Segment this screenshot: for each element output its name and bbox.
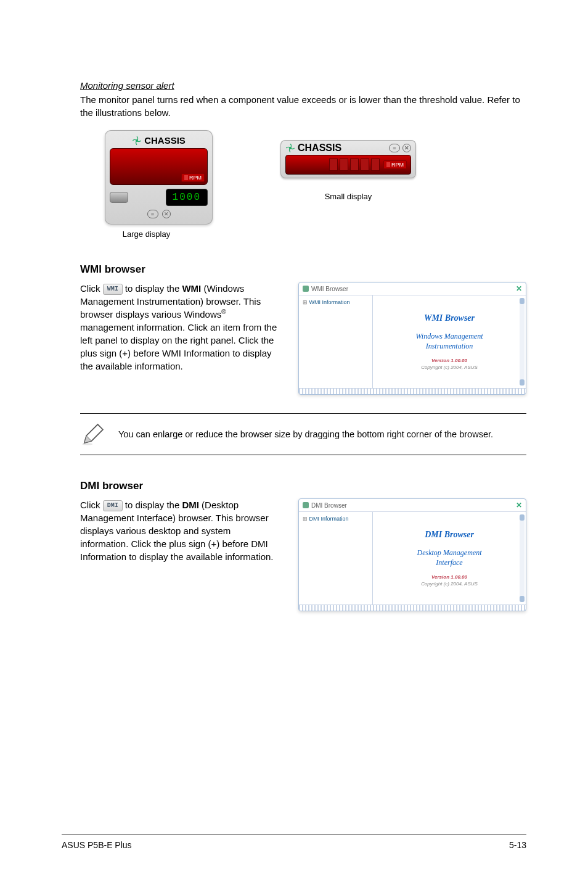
knob-control[interactable] [110,192,128,203]
wmi-click-text: Click [80,283,103,294]
scroll-down-icon[interactable] [520,379,525,386]
icon-row: ≡ ✕ [110,210,208,218]
dmi-tree-item[interactable]: DMI Information [303,516,369,522]
scrollbar[interactable] [520,514,525,602]
dmi-button[interactable]: DMI [103,500,123,511]
dmi-window-title: DMI Browser [311,502,347,509]
window-icon [303,502,309,508]
wmi-bold: WMI [182,283,201,294]
close-icon[interactable]: ✕ [402,144,411,152]
settings-pill-icon[interactable]: ≡ [389,144,400,152]
window-close-icon[interactable]: ✕ [516,284,522,293]
chassis-large-label: CHASSIS [144,135,186,146]
dmi-window-col: DMI Browser ✕ DMI Information DMI Browse… [298,498,526,611]
rpm-label-small: RPM [391,162,404,168]
red-display-small: RPM [285,155,411,175]
footer-left: ASUS P5B-E Plus [62,840,132,850]
dmi-browser-window: DMI Browser ✕ DMI Information DMI Browse… [298,498,526,611]
scroll-up-icon[interactable] [520,514,525,521]
section-heading-dmi: DMI browser [80,480,526,492]
registered-mark: ® [221,308,226,315]
chassis-small-header: CHASSIS ≡ ✕ [285,142,411,154]
resize-grip[interactable] [299,388,526,394]
lower-row: 1000 [110,189,208,206]
dmi-sub2: Interface [436,558,462,567]
rpm-badge-small: RPM [383,160,407,169]
dmi-text: Click DMI to display the DMI (Desktop Ma… [80,498,280,563]
dmi-bold: DMI [182,500,199,510]
wmi-after-btn: to display the [123,283,182,294]
footer-right: 5-13 [509,840,526,850]
wmi-pane-subtitle: Windows Management Instrumentation [416,332,483,351]
fan-icon [132,136,142,146]
wmi-tree-item[interactable]: WMI Information [303,299,369,305]
large-panel-block: CHASSIS RPM 1000 ≡ ✕ Larg [80,130,213,239]
wmi-text: Click WMI to display the WMI (Windows Ma… [80,282,280,373]
digit-placeholder [350,159,359,171]
dmi-after-btn: to display the [123,500,182,510]
dmi-click-text: Click [80,500,103,510]
large-caption: Large display [123,229,170,239]
digit-placeholder [340,159,348,171]
wmi-body: WMI Information WMI Browser Windows Mana… [299,295,526,388]
wmi-pane-title: WMI Browser [424,313,475,323]
wmi-button[interactable]: WMI [103,284,123,295]
digit-block [329,159,380,171]
chassis-large-header: CHASSIS [110,135,208,146]
fan-icon [285,143,295,153]
dmi-pane-subtitle: Desktop Management Interface [417,548,482,567]
wmi-tree-pane[interactable]: WMI Information [299,295,373,388]
dmi-pane-title: DMI Browser [425,530,474,540]
note-box: You can enlarge or reduce the browser si… [80,413,526,455]
dmi-version: Version 1.00.00 [431,574,467,580]
panels-row: CHASSIS RPM 1000 ≡ ✕ Larg [80,130,526,239]
close-icon[interactable]: ✕ [162,210,171,218]
page-footer: ASUS P5B-E Plus 5-13 [62,835,526,850]
section-heading-wmi: WMI browser [80,263,526,276]
wmi-copyright: Copyright (c) 2004, ASUS [421,365,478,370]
wmi-window-col: WMI Browser ✕ WMI Information WMI Browse… [298,282,526,395]
pencil-icon [80,421,106,447]
chassis-small-label: CHASSIS [298,142,341,154]
scroll-up-icon[interactable] [520,298,525,304]
resize-grip[interactable] [299,604,526,611]
chassis-large-panel: CHASSIS RPM 1000 ≡ ✕ [105,130,213,225]
wmi-version: Version 1.00.00 [431,358,467,363]
rpm-badge-large: RPM [181,173,205,182]
green-digit-display: 1000 [166,189,208,206]
digit-placeholder [329,159,338,171]
dmi-copyright: Copyright (c) 2004, ASUS [421,581,478,587]
wmi-sub1: Windows Management [416,332,483,340]
svg-point-2 [82,443,92,445]
wmi-content-pane: WMI Browser Windows Management Instrumen… [373,295,526,388]
dmi-content-pane: DMI Browser Desktop Management Interface… [373,512,526,604]
dmi-two-col: Click DMI to display the DMI (Desktop Ma… [80,498,526,611]
settings-pill-icon[interactable]: ≡ [147,210,158,218]
wmi-titlebar: WMI Browser ✕ [299,283,526,295]
dmi-body: DMI Information DMI Browser Desktop Mana… [299,512,526,604]
note-text: You can enlarge or reduce the browser si… [118,428,493,440]
small-panel-block: CHASSIS ≡ ✕ [280,130,416,201]
wmi-two-col: Click WMI to display the WMI (Windows Ma… [80,282,526,395]
wmi-browser-window: WMI Browser ✕ WMI Information WMI Browse… [298,282,526,395]
wmi-sub2: Instrumentation [426,342,473,350]
window-icon [303,286,309,292]
placeholder-square [386,162,390,167]
scroll-down-icon[interactable] [520,596,525,602]
digit-placeholder [361,159,369,171]
red-display-large: RPM [110,148,208,185]
dmi-titlebar: DMI Browser ✕ [299,499,526,512]
dmi-sub1: Desktop Management [417,548,482,557]
rpm-label-large: RPM [189,175,202,181]
placeholder-square [184,175,188,180]
small-caption: Small display [325,192,372,201]
wmi-window-title: WMI Browser [311,286,348,292]
wmi-body-rest2: management information. Click an item fr… [80,322,277,371]
chassis-small-panel: CHASSIS ≡ ✕ [280,140,416,178]
digit-placeholder [371,159,380,171]
scrollbar[interactable] [520,298,525,386]
subsection-heading: Monitoring sensor alert [80,80,526,91]
body-paragraph: The monitor panel turns red when a compo… [80,93,526,119]
dmi-tree-pane[interactable]: DMI Information [299,512,373,604]
window-close-icon[interactable]: ✕ [516,501,522,510]
